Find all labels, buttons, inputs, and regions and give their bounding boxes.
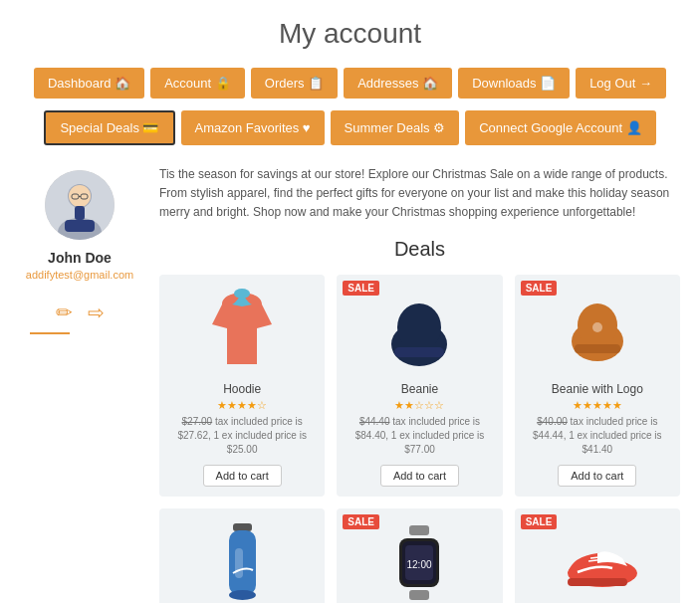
svg-rect-17 [233, 523, 252, 531]
svg-rect-5 [65, 220, 95, 232]
main-nav: Dashboard 🏠 Account 🔒 Orders 📋 Addresses… [0, 62, 700, 104]
product-card-water-bottle: Sports Water Bottle Made from 100% recyc… [159, 508, 325, 603]
svg-rect-28 [568, 578, 627, 586]
sale-badge-beanie: SALE [343, 281, 379, 296]
svg-rect-21 [409, 525, 429, 535]
subnav-connect-google[interactable]: Connect Google Account 👤 [465, 110, 655, 145]
svg-rect-22 [409, 590, 429, 600]
avatar [45, 170, 115, 240]
sub-nav: Special Deals 💳 Amazon Favorites ♥ Summe… [0, 104, 700, 155]
product-card-beanie-logo: SALE Beanie with Logo ★★★★★ $40.00 tax i… [515, 275, 680, 497]
svg-point-11 [397, 303, 441, 351]
sale-badge-nike-shoes: SALE [521, 514, 558, 529]
svg-rect-20 [235, 548, 243, 578]
nav-account[interactable]: Account 🔒 [150, 68, 245, 99]
product-card-hoodie: Hoodie ★★★★☆ $27.00 tax included price i… [159, 275, 325, 497]
page-title: My account [0, 0, 700, 62]
product-image-water-bottle [197, 518, 287, 603]
add-to-cart-hoodie[interactable]: Add to cart [203, 465, 282, 487]
product-price-hoodie: $27.00 tax included price is $27.62, 1 e… [169, 415, 315, 457]
product-image-beanie [374, 285, 464, 374]
product-image-nike-shoes [553, 518, 642, 603]
subnav-special-deals[interactable]: Special Deals 💳 [44, 110, 174, 145]
product-image-hoodie [197, 285, 287, 374]
product-name-beanie: Beanie [401, 382, 438, 396]
nav-dashboard[interactable]: Dashboard 🏠 [34, 68, 144, 99]
svg-rect-15 [575, 344, 620, 353]
nav-addresses[interactable]: Addresses 🏠 [344, 68, 452, 99]
user-email: addifytest@gmail.com [26, 269, 133, 281]
product-card-nike-shoes: SALE Nike [515, 508, 680, 603]
main-layout: John Doe addifytest@gmail.com ✏ ⇨ Tis th… [0, 155, 700, 603]
sidebar-actions: ✏ ⇨ [56, 301, 105, 324]
add-to-cart-beanie-logo[interactable]: Add to cart [558, 465, 636, 487]
content-area: Tis the season for savings at our store!… [159, 165, 680, 603]
product-price-beanie-logo: $40.00 tax included price is $44.44, 1 e… [525, 415, 670, 457]
subnav-amazon-favorites[interactable]: Amazon Favorites ♥ [181, 110, 325, 145]
nav-logout[interactable]: Log Out → [576, 68, 666, 99]
product-stars-beanie: ★★☆☆☆ [394, 399, 444, 412]
sale-badge-beanie-logo: SALE [521, 281, 558, 296]
deals-title: Deals [159, 238, 680, 261]
edit-profile-button[interactable]: ✏ [56, 301, 73, 324]
sidebar: John Doe addifytest@gmail.com ✏ ⇨ [20, 165, 139, 603]
svg-point-19 [229, 590, 256, 600]
product-name-hoodie: Hoodie [223, 382, 261, 396]
nav-downloads[interactable]: Downloads 📄 [458, 68, 570, 99]
promo-text: Tis the season for savings at our store!… [159, 165, 680, 223]
svg-point-9 [234, 289, 250, 299]
svg-rect-12 [394, 347, 444, 357]
subnav-summer-deals[interactable]: Summer Deals ⚙ [331, 110, 460, 145]
product-card-smart-watch: SALE 12:00 Smart Watch Experience connec… [337, 508, 502, 603]
sidebar-logout-button[interactable]: ⇨ [88, 301, 105, 324]
product-price-beanie: $44.40 tax included price is $84.40, 1 e… [347, 415, 492, 457]
product-card-beanie: SALE Beanie ★★☆☆☆ $44.40 tax included pr… [337, 275, 502, 497]
products-grid: Hoodie ★★★★☆ $27.00 tax included price i… [159, 275, 680, 603]
product-stars-hoodie: ★★★★☆ [217, 399, 267, 412]
add-to-cart-beanie[interactable]: Add to cart [380, 465, 459, 487]
svg-point-16 [592, 322, 602, 332]
svg-text:12:00: 12:00 [407, 559, 432, 570]
sidebar-divider [30, 332, 70, 334]
user-name: John Doe [48, 250, 112, 266]
product-stars-beanie-logo: ★★★★★ [573, 399, 622, 412]
product-image-smart-watch: 12:00 [374, 518, 464, 603]
svg-rect-4 [75, 206, 85, 220]
product-image-beanie-logo [553, 285, 642, 374]
sale-badge-smart-watch: SALE [343, 514, 379, 529]
product-name-beanie-logo: Beanie with Logo [552, 382, 643, 396]
nav-orders[interactable]: Orders 📋 [251, 68, 338, 99]
